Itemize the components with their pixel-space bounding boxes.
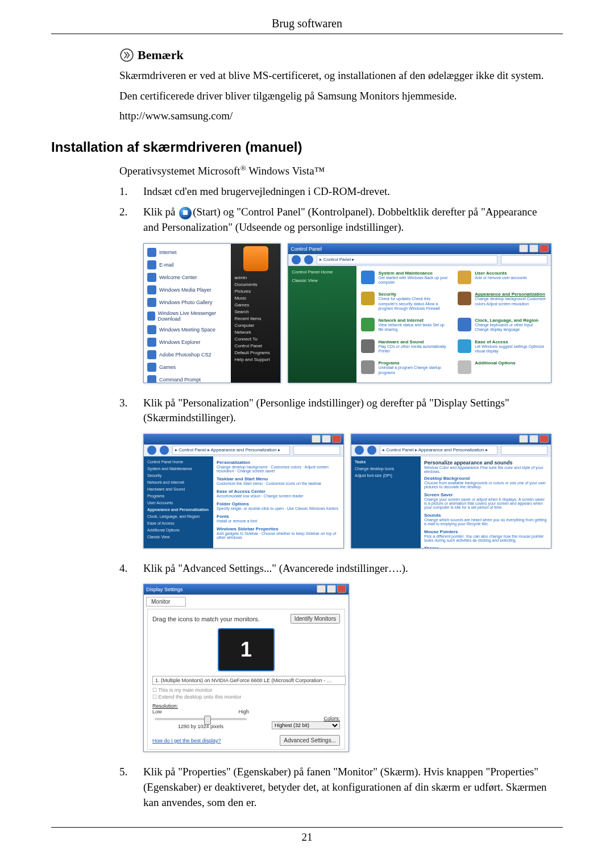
advanced-settings-button[interactable]: Advanced Settings...: [280, 735, 340, 746]
cp-category-additional[interactable]: Additional Options: [458, 360, 546, 379]
tab-monitor[interactable]: Monitor: [146, 597, 186, 607]
help-link[interactable]: How do I get the best display?: [152, 738, 221, 744]
start-menu-right-item[interactable]: Network: [234, 330, 277, 335]
breadcrumb[interactable]: ▸ Control Panel ▸: [317, 255, 497, 264]
sidebar-item[interactable]: Adjust font size (DPI): [355, 474, 417, 477]
cp-category-system[interactable]: System and MaintenanceGet started with W…: [361, 271, 450, 289]
personalization-sub: Window Color and Appearance Fine tune th…: [424, 466, 547, 474]
appearance-group-fonts[interactable]: FontsInstall or remove a font: [217, 514, 340, 523]
appearance-group-folder[interactable]: Folder OptionsSpecify single- or double-…: [217, 501, 340, 510]
appearance-group-sidebar[interactable]: Windows Sidebar PropertiesAdd gadgets to…: [217, 526, 340, 539]
start-menu-item[interactable]: Adobe Photoshop CS2: [147, 348, 227, 361]
cp-category-appearance[interactable]: Appearance and PersonalizationChange des…: [458, 292, 546, 314]
monitor-device-select[interactable]: 1. (Multiple Monitors) on NVIDIA GeForce…: [152, 676, 346, 685]
checkbox-extend-desktop[interactable]: ☐ Extend the desktop onto this monitor: [152, 694, 340, 700]
start-menu-item[interactable]: Windows Photo Gallery: [147, 296, 227, 309]
cp-category-network[interactable]: Network and InternetView network status …: [361, 318, 450, 336]
step-1-text: Indsæt cd'en med brugervejledningen i CD…: [143, 184, 551, 200]
personalization-group[interactable]: SoundsChange which sounds are heard when…: [424, 513, 547, 526]
sidebar-item[interactable]: Control Panel Home: [292, 269, 353, 275]
cp-category-hardware[interactable]: Hardware and SoundPlay CDs or other medi…: [361, 339, 450, 358]
back-button-icon[interactable]: [292, 255, 301, 264]
address-bar: ▸ Control Panel ▸: [288, 254, 551, 266]
personalization-group[interactable]: Desktop BackgroundChoose from available …: [424, 476, 547, 489]
step-1-number: 1.: [119, 184, 143, 200]
start-menu-right-item[interactable]: Search: [234, 309, 277, 314]
window-buttons[interactable]: [316, 585, 346, 594]
start-menu-item[interactable]: Windows Media Player: [147, 284, 227, 296]
start-menu-right-item[interactable]: Games: [234, 302, 277, 308]
intro-mid: Windows Vista™: [246, 165, 325, 177]
appearance-group-taskbar[interactable]: Taskbar and Start MenuCustomize the Star…: [217, 476, 340, 485]
appearance-group-personalization[interactable]: PersonalizationChange desktop background…: [217, 460, 340, 473]
colors-label: Colors:: [266, 716, 340, 721]
start-menu-item[interactable]: Internet: [147, 246, 227, 259]
start-menu-item[interactable]: Windows Explorer: [147, 336, 227, 348]
start-menu-right-item[interactable]: Help and Support: [234, 357, 277, 362]
sidebar-item[interactable]: Hardware and Sound: [147, 487, 210, 491]
start-menu-right-item[interactable]: Default Programs: [234, 350, 277, 355]
personalization-group[interactable]: ThemeChange the theme. Themes can change…: [424, 546, 547, 549]
monitor-preview-icon[interactable]: 1: [218, 628, 275, 671]
screenshot-display-settings: Display Settings Monitor Drag the icons …: [143, 584, 349, 752]
start-menu-right-item[interactable]: Documents: [234, 282, 277, 287]
start-menu-right-item[interactable]: Connect To: [234, 337, 277, 342]
start-menu-right-item[interactable]: Control Panel: [234, 343, 277, 348]
sidebar-item[interactable]: User Accounts: [147, 501, 210, 505]
start-menu-item[interactable]: Command Prompt: [147, 373, 227, 383]
sidebar-item[interactable]: Control Panel Home: [147, 460, 210, 464]
start-menu-right-item[interactable]: Computer: [234, 323, 277, 328]
search-input[interactable]: [293, 446, 340, 455]
section-heading: Installation af skærmdriveren (manuel): [51, 139, 563, 155]
resolution-value: 1280 by 1024 pixels: [152, 724, 249, 729]
colors-select[interactable]: Highest (32 bit): [272, 721, 340, 729]
appearance-sidebar: Control Panel Home System and Maintenanc…: [144, 456, 213, 549]
sidebar-item[interactable]: Ease of Access: [147, 521, 210, 525]
sidebar-item[interactable]: Security: [147, 474, 210, 477]
forward-button-icon[interactable]: [304, 255, 313, 264]
sidebar-item[interactable]: Programs: [147, 494, 210, 498]
checkbox-main-monitor[interactable]: ☐ This is my main monitor: [152, 687, 340, 693]
cp-category-security[interactable]: SecurityCheck for updates Check this com…: [361, 292, 450, 314]
breadcrumb[interactable]: ▸ Control Panel ▸ Appearance and Persona…: [172, 446, 290, 455]
start-menu-right-item[interactable]: Music: [234, 296, 277, 301]
start-menu-item[interactable]: Welcome Center: [147, 271, 227, 284]
identify-monitors-button[interactable]: Identify Monitors: [291, 614, 340, 624]
forward-button-icon[interactable]: [160, 446, 169, 455]
start-menu-right-item[interactable]: Recent Items: [234, 316, 277, 321]
sidebar-item[interactable]: System and Maintenance: [147, 467, 210, 471]
slider-thumb-icon[interactable]: [204, 716, 211, 725]
back-button-icon[interactable]: [355, 446, 364, 455]
start-menu-item[interactable]: Windows Meeting Space: [147, 323, 227, 336]
back-button-icon[interactable]: [147, 446, 156, 455]
start-menu-item[interactable]: E-mail: [147, 259, 227, 271]
sidebar-item[interactable]: Clock, Language, and Region: [147, 514, 210, 518]
start-menu-right-item[interactable]: Pictures: [234, 289, 277, 294]
search-input[interactable]: [501, 255, 547, 264]
resolution-slider[interactable]: Resolution: LowHigh 1280 by 1024 pixels: [152, 703, 249, 729]
sidebar-item[interactable]: Classic View: [147, 535, 210, 539]
cp-category-user-accounts[interactable]: User AccountsAdd or remove user accounts: [458, 271, 546, 289]
sidebar-item[interactable]: Appearance and Personalization: [147, 508, 210, 512]
search-input[interactable]: [501, 446, 547, 455]
start-menu-item[interactable]: Windows Live Messenger Download: [147, 309, 227, 323]
cp-category-clock[interactable]: Clock, Language, and RegionChange keyboa…: [458, 318, 546, 336]
window-buttons[interactable]: [310, 435, 341, 444]
window-buttons[interactable]: [518, 244, 549, 254]
sidebar-item[interactable]: Change desktop icons: [355, 467, 417, 471]
sidebar-item[interactable]: Classic View: [292, 278, 353, 283]
breadcrumb[interactable]: ▸ Control Panel ▸ Appearance and Persona…: [380, 446, 497, 455]
start-menu-item[interactable]: Games: [147, 361, 227, 373]
personalization-group[interactable]: Mouse PointersPick a different pointer. …: [424, 529, 547, 542]
personalization-group[interactable]: Screen SaverChange your screen saver or …: [424, 492, 547, 509]
appearance-group-ease[interactable]: Ease of Access CenterAccommodate low vis…: [217, 489, 340, 498]
address-bar: ▸ Control Panel ▸ Appearance and Persona…: [351, 445, 551, 456]
registered-mark: ®: [240, 164, 246, 172]
sidebar-item[interactable]: Network and Internet: [147, 480, 210, 484]
forward-button-icon[interactable]: [367, 446, 376, 455]
note-paragraph-3-url: http://www.samsung.com/: [119, 109, 546, 123]
window-buttons[interactable]: [518, 435, 549, 444]
sidebar-item[interactable]: Additional Options: [147, 528, 210, 532]
cp-category-programs[interactable]: ProgramsUninstall a program Change start…: [361, 360, 450, 379]
cp-category-ease-of-access[interactable]: Ease of AccessLet Windows suggest settin…: [458, 339, 546, 358]
